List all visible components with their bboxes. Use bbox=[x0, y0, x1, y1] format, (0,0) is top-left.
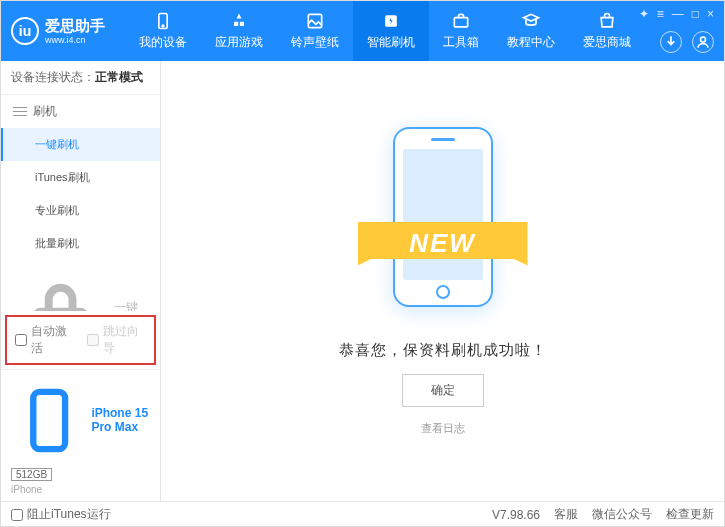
sidebar: 设备连接状态：正常模式 刷机 一键刷机 iTunes刷机 专业刷机 批量刷机 一… bbox=[1, 61, 161, 501]
svg-point-1 bbox=[162, 25, 164, 27]
apps-icon bbox=[229, 11, 249, 31]
window-controls: ✦ ≡ — □ × bbox=[639, 7, 714, 21]
app-title: 爱思助手 bbox=[45, 17, 105, 35]
footer: 阻止iTunes运行 V7.98.66 客服 微信公众号 检查更新 bbox=[1, 501, 724, 527]
sidebar-item-oneclick-flash[interactable]: 一键刷机 bbox=[1, 128, 160, 161]
ok-button[interactable]: 确定 bbox=[402, 374, 484, 407]
lock-icon bbox=[13, 268, 108, 311]
user-icon[interactable] bbox=[692, 31, 714, 53]
nav-apps[interactable]: 应用游戏 bbox=[201, 1, 277, 61]
checkbox-skip-guide[interactable]: 跳过向导 bbox=[87, 323, 147, 357]
version-label: V7.98.66 bbox=[492, 508, 540, 522]
checkbox-block-itunes[interactable]: 阻止iTunes运行 bbox=[11, 506, 111, 523]
logo: iu 爱思助手 www.i4.cn bbox=[11, 17, 105, 46]
svg-rect-4 bbox=[454, 18, 467, 27]
sidebar-item-pro-flash[interactable]: 专业刷机 bbox=[1, 194, 160, 227]
sidebar-section-jailbreak[interactable]: 一键越狱 bbox=[1, 260, 160, 311]
footer-link-support[interactable]: 客服 bbox=[554, 506, 578, 523]
new-ribbon: NEW bbox=[358, 222, 528, 266]
checkbox-auto-activate[interactable]: 自动激活 bbox=[15, 323, 75, 357]
sidebar-item-itunes-flash[interactable]: iTunes刷机 bbox=[1, 161, 160, 194]
device-icon bbox=[153, 11, 173, 31]
nav-flash[interactable]: 智能刷机 bbox=[353, 1, 429, 61]
svg-rect-7 bbox=[33, 392, 65, 449]
phone-icon bbox=[11, 376, 87, 465]
nav-my-device[interactable]: 我的设备 bbox=[125, 1, 201, 61]
store-icon bbox=[597, 11, 617, 31]
options-highlighted: 自动激活 跳过向导 bbox=[5, 315, 156, 365]
menu-icon[interactable]: ≡ bbox=[657, 7, 664, 21]
svg-point-5 bbox=[701, 37, 706, 42]
footer-link-wechat[interactable]: 微信公众号 bbox=[592, 506, 652, 523]
tutorial-icon bbox=[521, 11, 541, 31]
skin-icon[interactable]: ✦ bbox=[639, 7, 649, 21]
sidebar-section-flash[interactable]: 刷机 bbox=[1, 95, 160, 128]
device-type: iPhone bbox=[11, 484, 150, 495]
logo-icon: iu bbox=[11, 17, 39, 45]
list-icon bbox=[13, 111, 27, 113]
download-icon[interactable] bbox=[660, 31, 682, 53]
nav-ringtone[interactable]: 铃声壁纸 bbox=[277, 1, 353, 61]
toolbox-icon bbox=[451, 11, 471, 31]
nav-tutorial[interactable]: 教程中心 bbox=[493, 1, 569, 61]
maximize-icon[interactable]: □ bbox=[692, 7, 699, 21]
nav-toolbox[interactable]: 工具箱 bbox=[429, 1, 493, 61]
flash-icon bbox=[381, 11, 401, 31]
top-nav: 我的设备 应用游戏 铃声壁纸 智能刷机 工具箱 教程中心 爱思商城 bbox=[125, 1, 645, 61]
app-url: www.i4.cn bbox=[45, 35, 105, 46]
success-message: 恭喜您，保资料刷机成功啦！ bbox=[339, 341, 547, 360]
footer-link-update[interactable]: 检查更新 bbox=[666, 506, 714, 523]
minimize-icon[interactable]: — bbox=[672, 7, 684, 21]
success-illustration: NEW bbox=[368, 127, 518, 327]
close-icon[interactable]: × bbox=[707, 7, 714, 21]
device-capacity: 512GB bbox=[11, 468, 52, 481]
device-status: 设备连接状态：正常模式 bbox=[1, 61, 160, 95]
header-actions bbox=[660, 31, 714, 53]
nav-store[interactable]: 爱思商城 bbox=[569, 1, 645, 61]
device-info[interactable]: iPhone 15 Pro Max 512GB iPhone bbox=[1, 369, 160, 501]
sidebar-item-batch-flash[interactable]: 批量刷机 bbox=[1, 227, 160, 260]
main-content: NEW 恭喜您，保资料刷机成功啦！ 确定 查看日志 bbox=[161, 61, 724, 501]
app-header: iu 爱思助手 www.i4.cn 我的设备 应用游戏 铃声壁纸 智能刷机 工具… bbox=[1, 1, 724, 61]
view-log-link[interactable]: 查看日志 bbox=[421, 421, 465, 436]
wallpaper-icon bbox=[305, 11, 325, 31]
